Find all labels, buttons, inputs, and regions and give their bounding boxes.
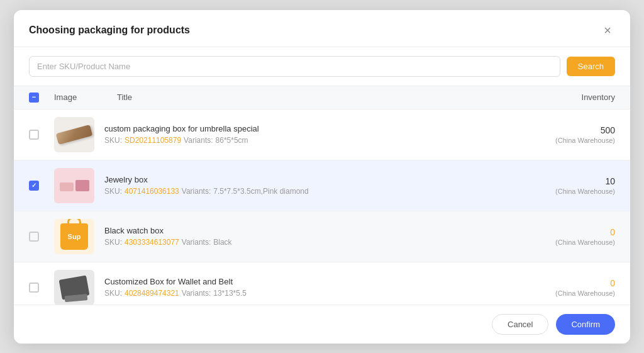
sku-link-2[interactable]: 4071416036133 bbox=[125, 187, 179, 196]
product-info-4: Customized Box for Wallet and Belt SKU:4… bbox=[104, 277, 514, 298]
modal-header: Choosing packaging for products × bbox=[14, 10, 630, 47]
product-image-4 bbox=[54, 270, 94, 305]
product-info-2: Jewelry box SKU:4071416036133 Variants: … bbox=[104, 175, 514, 196]
product-info-1: custom packaging box for umbrella specia… bbox=[104, 124, 514, 145]
inventory-2: 10 (China Warehouse) bbox=[514, 176, 615, 195]
product-image-3: Sup bbox=[54, 219, 94, 254]
product-meta-2: SKU:4071416036133 Variants: 7.5*7.5*3.5c… bbox=[104, 187, 514, 196]
inv-warehouse-2: (China Warehouse) bbox=[514, 188, 615, 195]
inv-number-2: 10 bbox=[514, 176, 615, 186]
inventory-3: 0 (China Warehouse) bbox=[514, 227, 615, 246]
table-row: Sup Black watch box SKU:4303334613077 Va… bbox=[14, 211, 630, 262]
row-3-checkbox[interactable] bbox=[29, 232, 39, 242]
search-bar: Search bbox=[14, 47, 630, 86]
table-row: custom packaging box for umbrella specia… bbox=[14, 109, 630, 160]
inv-number-1: 500 bbox=[514, 125, 615, 135]
header-checkbox-cell bbox=[29, 92, 54, 103]
inv-warehouse-1: (China Warehouse) bbox=[514, 137, 615, 144]
header-checkbox[interactable] bbox=[29, 92, 39, 103]
product-image-2 bbox=[54, 168, 94, 203]
product-info-3: Black watch box SKU:4303334613077 Varian… bbox=[104, 226, 514, 247]
inventory-4: 0 (China Warehouse) bbox=[514, 278, 615, 297]
modal: Choosing packaging for products × Search… bbox=[14, 10, 630, 344]
product-meta-3: SKU:4303334613077 Variants: Black bbox=[104, 238, 514, 247]
modal-overlay: Choosing packaging for products × Search… bbox=[0, 0, 644, 353]
inv-number-3: 0 bbox=[514, 227, 615, 237]
product-title-3: Black watch box bbox=[104, 226, 514, 235]
close-button[interactable]: × bbox=[600, 23, 615, 38]
table-body: custom packaging box for umbrella specia… bbox=[14, 109, 630, 305]
sku-link-4[interactable]: 4028489474321 bbox=[125, 289, 179, 298]
product-meta-4: SKU:4028489474321 Variants: 13*13*5.5 bbox=[104, 289, 514, 298]
header-title: Title bbox=[117, 92, 514, 102]
row-1-checkbox[interactable] bbox=[29, 130, 39, 140]
product-title-1: custom packaging box for umbrella specia… bbox=[104, 124, 514, 133]
modal-footer: Cancel Confirm bbox=[14, 305, 630, 344]
header-image: Image bbox=[54, 92, 117, 102]
sku-link-1[interactable]: SD20211105879 bbox=[125, 136, 181, 145]
product-title-4: Customized Box for Wallet and Belt bbox=[104, 277, 514, 286]
cancel-button[interactable]: Cancel bbox=[492, 314, 548, 335]
table-header: Image Title Inventory bbox=[14, 86, 630, 109]
row-4-checkbox[interactable] bbox=[29, 283, 39, 293]
table-row: Jewelry box SKU:4071416036133 Variants: … bbox=[14, 160, 630, 211]
confirm-button[interactable]: Confirm bbox=[556, 314, 615, 335]
row-2-checkbox[interactable] bbox=[29, 181, 39, 191]
inventory-1: 500 (China Warehouse) bbox=[514, 125, 615, 144]
product-title-2: Jewelry box bbox=[104, 175, 514, 184]
inv-number-4: 0 bbox=[514, 278, 615, 288]
sku-link-3[interactable]: 4303334613077 bbox=[125, 238, 179, 247]
modal-title: Choosing packaging for products bbox=[29, 25, 190, 36]
search-input[interactable] bbox=[29, 56, 560, 77]
header-inventory: Inventory bbox=[514, 92, 615, 102]
product-meta-1: SKU:SD20211105879 Variants: 86*5*5cm bbox=[104, 136, 514, 145]
inv-warehouse-4: (China Warehouse) bbox=[514, 289, 615, 297]
product-image-1 bbox=[54, 117, 94, 152]
table-row: Customized Box for Wallet and Belt SKU:4… bbox=[14, 262, 630, 305]
search-button[interactable]: Search bbox=[567, 57, 615, 76]
inv-warehouse-3: (China Warehouse) bbox=[514, 238, 615, 246]
